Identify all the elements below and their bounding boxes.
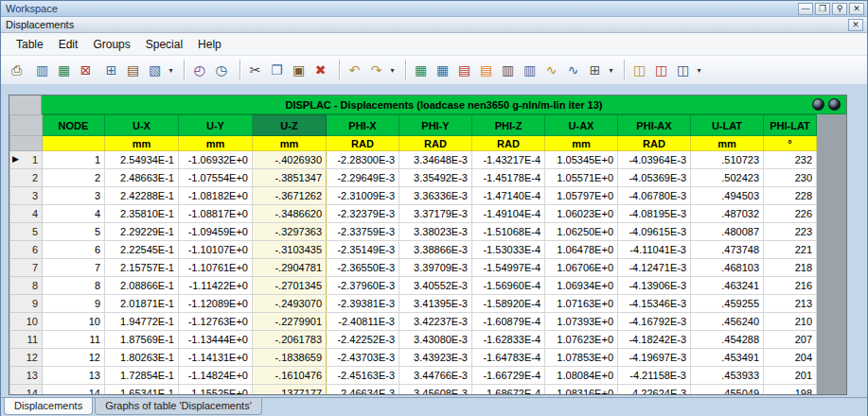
table-menu-dropdown[interactable]: ▾ [166, 60, 176, 81]
column-header-phi-z[interactable]: PHI-Z [472, 115, 545, 136]
export-table-icon[interactable]: ▦ [53, 60, 75, 81]
cell[interactable]: -.3486620 [253, 205, 327, 223]
cell[interactable]: 3.38866E-3 [399, 241, 472, 259]
cell[interactable]: -1.53033E-4 [472, 241, 545, 259]
cell[interactable]: 1.06934E+0 [545, 277, 618, 295]
paste-icon[interactable]: ▣ [288, 60, 310, 81]
cell[interactable]: -.2701345 [253, 277, 327, 295]
cell[interactable]: 3.35492E-3 [399, 169, 472, 187]
tab-graphs-of-table-displacements[interactable]: Graphs of table 'Displacements' [95, 398, 262, 415]
row-selector[interactable]: 2 [10, 169, 43, 187]
cell[interactable]: -.3851347 [253, 169, 327, 187]
row-selector[interactable]: 3 [10, 187, 43, 205]
restore-button[interactable]: ❐ [815, 3, 830, 15]
cell[interactable]: -4.21158E-3 [618, 367, 691, 385]
cell[interactable]: -1.09459E+0 [179, 223, 253, 241]
cell[interactable]: -.3671262 [253, 187, 327, 205]
cell[interactable]: -.2904781 [253, 259, 327, 277]
cell[interactable]: 1.06250E+0 [545, 223, 618, 241]
cell[interactable]: -4.22624E-3 [618, 385, 691, 396]
cell[interactable]: -1.08817E+0 [179, 205, 253, 223]
cell[interactable]: -4.19697E-3 [618, 349, 691, 367]
redo-icon[interactable]: ↷ [365, 60, 387, 81]
calculator-icon[interactable]: ⊞ [584, 60, 606, 81]
column-header-u-x[interactable]: U-X [105, 115, 179, 136]
cell[interactable]: -1.56960E-4 [472, 277, 545, 295]
history-forward-icon[interactable]: ◷ [210, 60, 232, 81]
cell[interactable]: -1.08182E+0 [179, 187, 253, 205]
cell[interactable]: 223 [764, 223, 817, 241]
cell[interactable]: 14 [43, 385, 105, 396]
cell[interactable]: -1.49104E-4 [472, 205, 545, 223]
save-dropdown[interactable]: ▾ [694, 60, 704, 81]
cell[interactable]: -2.39381E-3 [327, 295, 399, 313]
cell[interactable]: 3.36336E-3 [399, 187, 472, 205]
column-header-phi-x[interactable]: PHI-X [327, 115, 399, 136]
panel-toggle-icon-2[interactable] [828, 98, 841, 111]
cell[interactable]: -2.32379E-3 [327, 205, 399, 223]
menu-item-groups[interactable]: Groups [85, 35, 137, 54]
cell[interactable]: -1.07554E+0 [179, 169, 253, 187]
cell[interactable]: 2.22545E-1 [105, 241, 179, 259]
close-button[interactable]: ✕ [849, 3, 864, 15]
cell[interactable]: 1.05797E+0 [545, 187, 618, 205]
column-header-phi-y[interactable]: PHI-Y [399, 115, 472, 136]
cell[interactable]: 3.41395E-3 [399, 295, 472, 313]
cell[interactable]: -4.13906E-3 [618, 277, 691, 295]
cell[interactable]: 3.38023E-3 [399, 223, 472, 241]
cell[interactable]: -1.60879E-4 [472, 313, 545, 331]
cell[interactable]: 1.06478E+0 [545, 241, 618, 259]
cell[interactable]: -4.18242E-3 [618, 331, 691, 349]
row-selector[interactable]: 6 [10, 241, 43, 259]
cell[interactable]: 204 [764, 349, 817, 367]
cell[interactable]: -1.10107E+0 [179, 241, 253, 259]
cell[interactable]: -2.29649E-3 [327, 169, 399, 187]
cell[interactable]: -.4026930 [253, 151, 327, 169]
cell[interactable]: 7 [43, 259, 105, 277]
cell[interactable]: 2.35810E-1 [105, 205, 179, 223]
cell[interactable]: 8 [43, 277, 105, 295]
menu-item-help[interactable]: Help [190, 35, 229, 54]
cell[interactable]: 3.40552E-3 [399, 277, 472, 295]
cell[interactable]: 2.42288E-1 [105, 187, 179, 205]
cell[interactable]: 213 [764, 295, 817, 313]
cell[interactable]: 11 [43, 331, 105, 349]
cell[interactable]: 1.05571E+0 [545, 169, 618, 187]
table-blue-icon[interactable]: ▦ [432, 60, 453, 81]
new-table-icon[interactable]: ⊞ [100, 60, 122, 81]
row-selector[interactable]: 11 [10, 331, 43, 349]
cell[interactable]: .453933 [691, 367, 764, 385]
cell[interactable]: .494503 [691, 187, 764, 205]
cell[interactable]: 2.15757E-1 [105, 259, 179, 277]
cell[interactable]: 3.45608E-3 [399, 385, 472, 396]
close-table-icon[interactable]: ⊠ [75, 60, 97, 81]
cell[interactable]: 2.08866E-1 [105, 277, 179, 295]
print-icon[interactable]: ⎙ [6, 60, 27, 81]
cell[interactable]: .455049 [691, 385, 764, 396]
cell[interactable]: -4.11041E-3 [618, 241, 691, 259]
cell[interactable]: .463241 [691, 277, 764, 295]
cell[interactable]: 1.05345E+0 [545, 151, 618, 169]
cut-icon[interactable]: ✂ [244, 60, 266, 81]
cell[interactable]: -.3297363 [253, 223, 327, 241]
column-header-u-ax[interactable]: U-AX [545, 115, 618, 136]
cell[interactable]: -.3103435 [253, 241, 327, 259]
cell[interactable]: -1.14824E+0 [179, 367, 253, 385]
menu-item-edit[interactable]: Edit [51, 35, 86, 54]
cell[interactable]: 9 [43, 295, 105, 313]
cell[interactable]: -4.06780E-3 [618, 187, 691, 205]
cell[interactable]: -2.45163E-3 [327, 367, 399, 385]
cell[interactable]: -1.12089E+0 [179, 295, 253, 313]
cell[interactable]: 1 [43, 151, 105, 169]
cell[interactable]: -1.45178E-4 [472, 169, 545, 187]
column-header-phi-lat[interactable]: PHI-LAT [764, 115, 817, 136]
cell[interactable]: .480087 [691, 223, 764, 241]
cell[interactable]: -.2493070 [253, 295, 327, 313]
cell[interactable]: 1.07163E+0 [545, 295, 618, 313]
cell[interactable]: 228 [764, 187, 817, 205]
row-selector[interactable]: 12 [10, 349, 43, 367]
cell[interactable]: -1.64783E-4 [472, 349, 545, 367]
cell[interactable]: -2.37960E-3 [327, 277, 399, 295]
cell[interactable]: -2.46634E-3 [327, 385, 399, 396]
cell[interactable]: -1.15525E+0 [179, 385, 253, 396]
